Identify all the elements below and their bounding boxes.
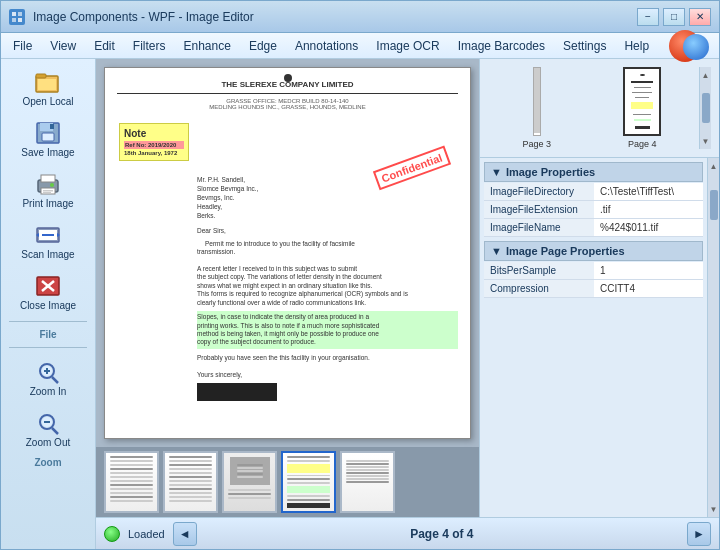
prop-value-compression: CCITT4 xyxy=(594,280,703,297)
scan-image-label: Scan Image xyxy=(21,249,74,260)
save-image-button[interactable]: Save Image xyxy=(5,114,91,163)
minimize-button[interactable]: − xyxy=(637,8,659,26)
svg-rect-6 xyxy=(38,79,56,90)
props-scroll-track xyxy=(709,174,719,501)
close-image-label: Close Image xyxy=(20,300,76,311)
right-preview-scrollbar[interactable]: ▲ ▼ xyxy=(699,67,711,149)
menu-edit[interactable]: Edit xyxy=(86,36,123,56)
menu-settings[interactable]: Settings xyxy=(555,36,614,56)
file-section-label: File xyxy=(5,327,91,342)
menu-edge[interactable]: Edge xyxy=(241,36,285,56)
svg-rect-3 xyxy=(18,18,22,22)
svg-rect-5 xyxy=(36,74,46,78)
main-panel: THE SLEREXE COMPANY LIMITED GRASSE OFFIC… xyxy=(96,59,719,549)
title-bar: Image Components - WPF - Image Editor − … xyxy=(1,1,719,33)
menu-bar: File View Edit Filters Enhance Edge Anno… xyxy=(1,33,719,59)
prev-page-button[interactable]: ◄ xyxy=(173,522,197,546)
note-location: 18th January, 1972 xyxy=(124,150,184,156)
logo xyxy=(669,28,715,64)
page3-preview[interactable]: Page 3 xyxy=(488,67,586,149)
status-bar: Loaded ◄ Page 4 of 4 ► xyxy=(96,517,719,549)
save-image-icon xyxy=(32,119,64,147)
zoom-out-button[interactable]: Zoom Out xyxy=(5,404,91,453)
prop-name-bits: BitsPerSample xyxy=(484,262,594,279)
svg-line-29 xyxy=(52,377,58,383)
scroll-down-arrow[interactable]: ▼ xyxy=(700,133,712,149)
thumbnail-4[interactable] xyxy=(281,451,336,513)
properties-scrollbar[interactable]: ▲ ▼ xyxy=(707,158,719,517)
prop-value-extension: .tif xyxy=(594,201,703,218)
props-scroll-up[interactable]: ▲ xyxy=(708,158,720,174)
zoom-out-label: Zoom Out xyxy=(26,437,70,448)
page4-label: Page 4 xyxy=(628,139,657,149)
open-local-label: Open Local xyxy=(22,96,73,107)
image-page-props-title: Image Page Properties xyxy=(506,245,625,257)
company-header: THE SLEREXE COMPANY LIMITED xyxy=(117,80,458,94)
close-image-button[interactable]: Close Image xyxy=(5,267,91,316)
prop-row-compression: Compression CCITT4 xyxy=(484,280,703,298)
thumbnail-5[interactable] xyxy=(340,451,395,513)
sidebar-separator-1 xyxy=(9,321,87,322)
close-image-icon xyxy=(32,272,64,300)
prop-value-bits: 1 xyxy=(594,262,703,279)
props-scroll-thumb[interactable] xyxy=(710,190,718,220)
open-local-button[interactable]: Open Local xyxy=(5,63,91,112)
scroll-up-arrow[interactable]: ▲ xyxy=(700,67,712,83)
prop-name-extension: ImageFileExtension xyxy=(484,201,594,218)
scan-image-button[interactable]: Scan Image xyxy=(5,216,91,265)
thumbnail-3[interactable] xyxy=(222,451,277,513)
main-window: Image Components - WPF - Image Editor − … xyxy=(0,0,720,550)
zoom-in-button[interactable]: Zoom In xyxy=(5,353,91,402)
collapse-icon-2: ▼ xyxy=(491,245,502,257)
document-area: THE SLEREXE COMPANY LIMITED GRASSE OFFIC… xyxy=(96,59,719,517)
menu-image-ocr[interactable]: Image OCR xyxy=(368,36,447,56)
print-image-label: Print Image xyxy=(22,198,73,209)
scan-image-icon xyxy=(32,221,64,249)
prop-name-compression: Compression xyxy=(484,280,594,297)
close-button[interactable]: ✕ xyxy=(689,8,711,26)
highlighted-text: Slopes, in case to indicate the density … xyxy=(197,311,458,349)
svg-rect-9 xyxy=(42,133,54,141)
window-controls: − □ ✕ xyxy=(637,8,711,26)
svg-rect-10 xyxy=(50,124,54,129)
save-image-label: Save Image xyxy=(21,147,74,158)
menu-image-barcodes[interactable]: Image Barcodes xyxy=(450,36,553,56)
prop-row-directory: ImageFileDirectory C:\Teste\TiffTest\ xyxy=(484,183,703,201)
svg-rect-14 xyxy=(43,190,53,192)
page3-thumb xyxy=(533,67,541,136)
status-indicator xyxy=(104,526,120,542)
app-icon xyxy=(9,9,25,25)
sidebar-separator-2 xyxy=(9,347,87,348)
svg-point-16 xyxy=(50,183,54,187)
menu-enhance[interactable]: Enhance xyxy=(176,36,239,56)
print-image-button[interactable]: Print Image xyxy=(5,165,91,214)
maximize-button[interactable]: □ xyxy=(663,8,685,26)
page4-preview[interactable]: Page 4 xyxy=(594,67,692,149)
zoom-out-icon xyxy=(32,409,64,437)
prop-row-extension: ImageFileExtension .tif xyxy=(484,201,703,219)
image-properties-header[interactable]: ▼ Image Properties xyxy=(484,162,703,182)
page-indicator: Page 4 of 4 xyxy=(205,527,679,541)
open-local-icon xyxy=(32,68,64,96)
thumbnail-2[interactable] xyxy=(163,451,218,513)
scroll-thumb[interactable] xyxy=(702,93,710,123)
next-page-button[interactable]: ► xyxy=(687,522,711,546)
prop-name-directory: ImageFileDirectory xyxy=(484,183,594,200)
svg-rect-0 xyxy=(12,12,16,16)
menu-annotations[interactable]: Annotations xyxy=(287,36,366,56)
note-annotation[interactable]: Note Ref No: 2019/2020 18th January, 197… xyxy=(119,123,189,161)
document-viewer: THE SLEREXE COMPANY LIMITED GRASSE OFFIC… xyxy=(96,59,479,517)
page4-thumb xyxy=(623,67,661,136)
zoom-in-label: Zoom In xyxy=(30,386,67,397)
prop-value-directory: C:\Teste\TiffTest\ xyxy=(594,183,703,200)
menu-file[interactable]: File xyxy=(5,36,40,56)
menu-help[interactable]: Help xyxy=(616,36,657,56)
menu-view[interactable]: View xyxy=(42,36,84,56)
menu-filters[interactable]: Filters xyxy=(125,36,174,56)
prop-row-bits: BitsPerSample 1 xyxy=(484,262,703,280)
thumbnail-1[interactable] xyxy=(104,451,159,513)
thumbnail-strip xyxy=(96,447,479,517)
props-scroll-down[interactable]: ▼ xyxy=(708,501,720,517)
zoom-in-icon xyxy=(32,358,64,386)
image-page-properties-header[interactable]: ▼ Image Page Properties xyxy=(484,241,703,261)
